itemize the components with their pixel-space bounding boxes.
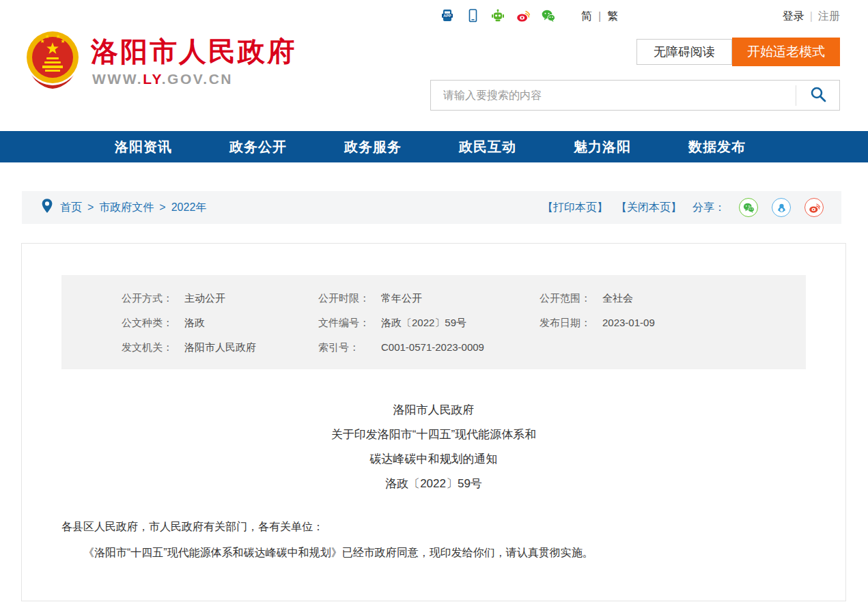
site-url-rest: .GOV.CN — [162, 71, 233, 87]
language-switcher: 简|繁 — [581, 10, 618, 24]
meta-publicity-scope: 公开范围： 全社会 — [540, 286, 806, 311]
location-pin-icon — [41, 198, 53, 217]
document-card: 公开方式： 主动公开 公开时限： 常年公开 公开范围： 全社会 公文种类： 洛政… — [21, 243, 846, 601]
document-number: 洛政〔2022〕59号 — [61, 472, 806, 496]
site-url-www: WWW. — [92, 71, 143, 87]
wechat-icon[interactable] — [542, 9, 555, 23]
robot-icon[interactable] — [491, 9, 505, 23]
meta-label: 发布日期： — [540, 311, 602, 335]
meta-value: 洛政 — [184, 311, 205, 335]
breadcrumb-city-documents[interactable]: 市政府文件 — [99, 201, 154, 215]
lang-simplified[interactable]: 简 — [581, 10, 592, 22]
share-label: 分享： — [692, 201, 725, 215]
register-link[interactable]: 注册 — [818, 10, 840, 22]
meta-index-number: 索引号： C001-0571-2023-0009 — [307, 335, 540, 360]
site-header: APP — [0, 0, 868, 131]
site-title: 洛阳市人民政府 — [91, 33, 296, 70]
breadcrumb-year-2022[interactable]: 2022年 — [171, 201, 207, 215]
document-title-line-2: 关于印发洛阳市“十四五”现代能源体系和 — [61, 422, 806, 447]
meta-value: 全社会 — [602, 286, 633, 311]
breadcrumb-home[interactable]: 首页 — [60, 201, 82, 215]
nav-item-gov-services[interactable]: 政务服务 — [344, 138, 402, 156]
auth-links: 登录|注册 — [783, 10, 840, 24]
site-search — [430, 80, 840, 111]
qq-share-icon[interactable] — [772, 198, 791, 217]
svg-text:★: ★ — [60, 38, 65, 44]
document-paragraph: 《洛阳市“十四五”现代能源体系和碳达峰碳中和规划》已经市政府同意，现印发给你们，… — [61, 543, 806, 563]
meta-release-date: 发布日期： 2023-01-09 — [540, 311, 806, 335]
breadcrumb-bar: 首页 > 市政府文件 > 2022年 【打印本页】 【关闭本页】 分享： — [22, 191, 841, 224]
search-button[interactable] — [796, 85, 839, 106]
meta-document-number: 文件编号： 洛政〔2022〕59号 — [307, 311, 540, 335]
elder-mode-button[interactable]: 开始适老模式 — [732, 38, 840, 66]
meta-value: 2023-01-09 — [602, 311, 655, 335]
document-title: 洛阳市人民政府 关于印发洛阳市“十四五”现代能源体系和 碳达峰碳中和规划的通知 … — [61, 398, 806, 496]
svg-text:APP: APP — [443, 14, 451, 18]
nav-item-gov-info[interactable]: 政务公开 — [229, 138, 287, 156]
meta-label: 发文机关： — [122, 335, 184, 360]
national-emblem-logo: ★ ★ ★ ★ — [26, 27, 79, 90]
meta-empty-cell — [540, 335, 806, 360]
accessibility-reading-button[interactable]: 无障碍阅读 — [636, 39, 732, 65]
lang-traditional[interactable]: 繁 — [607, 10, 618, 22]
breadcrumb: 首页 > 市政府文件 > 2022年 — [41, 198, 206, 217]
search-input[interactable] — [431, 81, 796, 110]
meta-label: 公开方式： — [122, 286, 184, 311]
login-link[interactable]: 登录 — [783, 10, 804, 22]
app-icon[interactable]: APP — [440, 9, 454, 23]
meta-label: 公文种类： — [122, 311, 184, 335]
site-url: WWW.LY.GOV.CN — [92, 71, 233, 87]
meta-publicity-method: 公开方式： 主动公开 — [61, 286, 307, 311]
main-navigation: 洛阳资讯 政务公开 政务服务 政民互动 魅力洛阳 数据发布 — [0, 131, 868, 162]
auth-divider: | — [810, 10, 813, 22]
document-title-line-1: 洛阳市人民政府 — [61, 398, 806, 422]
meta-document-type: 公文种类： 洛政 — [61, 311, 307, 335]
meta-value: C001-0571-2023-0009 — [381, 335, 484, 360]
wechat-share-icon[interactable] — [739, 198, 758, 217]
document-salutation: 各县区人民政府，市人民政府有关部门，各有关单位： — [61, 517, 806, 537]
meta-value: 洛阳市人民政府 — [184, 335, 256, 360]
nav-item-public-interaction[interactable]: 政民互动 — [459, 138, 516, 156]
document-title-line-3: 碳达峰碳中和规划的通知 — [61, 447, 806, 472]
breadcrumb-separator: > — [159, 201, 165, 214]
document-metadata: 公开方式： 主动公开 公开时限： 常年公开 公开范围： 全社会 公文种类： 洛政… — [61, 275, 806, 369]
meta-label: 索引号： — [318, 335, 381, 360]
meta-value: 洛政〔2022〕59号 — [381, 311, 466, 335]
breadcrumb-separator: > — [87, 201, 94, 214]
meta-value: 主动公开 — [184, 286, 225, 311]
meta-label: 公开范围： — [540, 286, 602, 311]
mobile-icon[interactable] — [466, 9, 479, 23]
top-icon-group: APP — [440, 9, 555, 23]
nav-item-data-release[interactable]: 数据发布 — [688, 138, 746, 156]
meta-value: 常年公开 — [381, 286, 422, 311]
weibo-share-icon[interactable] — [804, 198, 824, 217]
document-body: 各县区人民政府，市人民政府有关部门，各有关单位： 《洛阳市“十四五”现代能源体系… — [61, 517, 806, 563]
meta-issuing-agency: 发文机关： 洛阳市人民政府 — [61, 335, 307, 360]
svg-text:★: ★ — [44, 33, 49, 40]
search-icon — [809, 85, 827, 106]
nav-item-charming-luoyang[interactable]: 魅力洛阳 — [574, 138, 631, 156]
header-button-group: 无障碍阅读 开始适老模式 — [636, 38, 840, 66]
site-url-ly: LY — [143, 71, 162, 87]
close-page-button[interactable]: 【关闭本页】 — [616, 201, 682, 215]
print-page-button[interactable]: 【打印本页】 — [542, 201, 608, 215]
page-tools: 【打印本页】 【关闭本页】 分享： — [542, 198, 824, 217]
meta-publicity-period: 公开时限： 常年公开 — [307, 286, 540, 311]
meta-label: 文件编号： — [318, 311, 381, 335]
lang-divider: | — [598, 10, 601, 22]
weibo-icon[interactable] — [516, 9, 530, 23]
nav-item-luoyang-news[interactable]: 洛阳资讯 — [115, 138, 172, 156]
meta-label: 公开时限： — [318, 286, 381, 311]
